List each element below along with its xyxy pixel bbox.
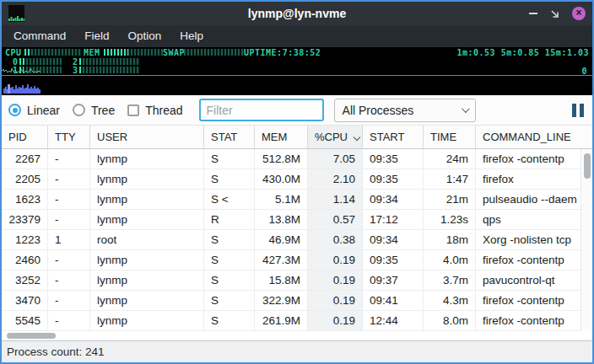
cell-stat: S xyxy=(204,291,255,310)
cpu-meter xyxy=(24,49,82,56)
mem-meter xyxy=(104,49,163,56)
column-label: START xyxy=(370,131,404,143)
column-header-cpu[interactable]: %CPU xyxy=(308,126,363,148)
tree-radio[interactable] xyxy=(73,104,85,116)
core3-label: 3 xyxy=(73,66,78,75)
horizontal-scrollbar[interactable] xyxy=(2,331,592,340)
menu-item-option[interactable]: Option xyxy=(119,25,171,47)
process-count: Process count: 241 xyxy=(7,345,105,358)
menu-item-command[interactable]: Command xyxy=(4,25,75,47)
cell-mem: 261.9M xyxy=(255,311,308,330)
column-label: COMMAND_LINE xyxy=(483,131,571,143)
process-row[interactable]: 2460-lynmpS427.3M0.1909:354.0mfirefox -c… xyxy=(2,250,592,270)
column-label: USER xyxy=(97,131,127,143)
column-label: TIME xyxy=(430,131,456,143)
cell-start: 09:35 xyxy=(363,149,424,169)
column-label: MEM xyxy=(262,131,287,143)
process-row[interactable]: 23379-lynmpR13.8M0.5717:121.23sqps xyxy=(2,210,592,230)
menu-item-help[interactable]: Help xyxy=(170,25,213,47)
cell-cpu: 2.10 xyxy=(308,169,363,189)
cell-tty: 1 xyxy=(48,230,90,249)
cell-command-line: firefox -contentp xyxy=(476,291,592,310)
pause-button[interactable] xyxy=(572,104,586,117)
table-header: PIDTTYUSERSTATMEM%CPUSTARTTIMECOMMAND_LI… xyxy=(2,125,592,149)
minimize-button[interactable] xyxy=(529,13,537,14)
process-row[interactable]: 3252-lynmpS15.8M0.1909:373.7mpavucontrol… xyxy=(2,270,592,291)
process-scope-select[interactable]: All Processes xyxy=(334,99,476,122)
cell-stat: S xyxy=(204,311,255,330)
cell-pid: 2205 xyxy=(2,169,48,189)
cell-start: 09:34 xyxy=(363,230,424,249)
process-table: 2267-lynmpS512.8M7.0509:3524mfirefox -co… xyxy=(2,149,592,331)
process-row[interactable]: 2267-lynmpS512.8M7.0509:3524mfirefox -co… xyxy=(2,149,592,169)
swap-meter xyxy=(184,49,245,56)
cpu-history-graph xyxy=(2,65,41,75)
cell-user: lynmp xyxy=(90,250,204,270)
column-header-user[interactable]: USER xyxy=(90,126,204,148)
column-label: STAT xyxy=(211,131,237,143)
column-label: %CPU xyxy=(315,131,348,143)
process-row[interactable]: 5545-lynmpS261.9M0.1912:448.0mfirefox -c… xyxy=(2,311,592,331)
linear-label[interactable]: Linear xyxy=(27,104,60,117)
swap-label: SWAP xyxy=(163,48,185,57)
process-row[interactable]: 12231rootS46.9M0.3809:3418mXorg -noliste… xyxy=(2,230,592,250)
app-window: lynmp@lyn-nvme × Command Field Option He… xyxy=(0,0,594,364)
sort-descending-icon xyxy=(354,133,360,140)
thread-checkbox[interactable] xyxy=(127,104,139,116)
maximize-button[interactable] xyxy=(549,8,560,19)
core0-meter xyxy=(19,58,62,65)
process-row[interactable]: 1623-lynmpS <5.1M1.1409:3421mpulseaudio … xyxy=(2,190,592,210)
cell-user: lynmp xyxy=(90,190,204,209)
cell-start: 09:37 xyxy=(363,270,424,290)
process-row[interactable]: 3470-lynmpS322.9M0.1909:414.3mfirefox -c… xyxy=(2,291,592,311)
menu-item-field[interactable]: Field xyxy=(75,25,118,47)
window-title: lynmp@lyn-nvme xyxy=(2,7,592,20)
cell-cpu: 0.19 xyxy=(308,250,363,270)
load-history-graph xyxy=(3,83,44,94)
cell-cpu: 0.19 xyxy=(308,311,363,330)
column-header-mem[interactable]: MEM xyxy=(255,126,308,148)
cell-pid: 5545 xyxy=(2,311,48,330)
menu-bar: Command Field Option Help xyxy=(2,25,592,47)
column-header-start[interactable]: START xyxy=(363,126,424,148)
cell-time: 24m xyxy=(424,149,476,169)
vertical-scrollbar[interactable] xyxy=(580,149,592,331)
column-label: PID xyxy=(8,131,27,143)
cell-command-line: firefox xyxy=(476,169,592,189)
cell-pid: 3470 xyxy=(2,291,48,310)
uptime-display: UPTIME:7:38:52 xyxy=(244,48,321,57)
chevron-down-icon xyxy=(462,104,470,113)
cell-tty: - xyxy=(48,210,90,229)
cell-pid: 1623 xyxy=(2,190,48,209)
column-header-command-line[interactable]: COMMAND_LINE xyxy=(476,126,592,148)
cell-stat: S xyxy=(204,230,255,249)
cell-user: lynmp xyxy=(90,311,204,330)
column-header-stat[interactable]: STAT xyxy=(204,126,255,148)
cell-time: 4.0m xyxy=(424,250,476,270)
cell-command-line: firefox -contentp xyxy=(476,149,592,169)
tree-label[interactable]: Tree xyxy=(91,104,115,117)
cell-start: 12:44 xyxy=(363,311,424,330)
pause-icon xyxy=(572,104,576,117)
column-header-tty[interactable]: TTY xyxy=(48,126,90,148)
close-button[interactable]: × xyxy=(572,7,586,20)
cell-mem: 512.8M xyxy=(255,149,308,169)
cell-user: root xyxy=(90,230,204,249)
cell-command-line: firefox -contentp xyxy=(476,250,592,270)
axis-zero-label: 0 xyxy=(581,67,587,76)
cpu-label: CPU xyxy=(5,48,22,57)
process-row[interactable]: 2205-lynmpS430.0M2.1009:351:47firefox xyxy=(2,169,592,190)
cell-command-line: pulseaudio --daem xyxy=(476,190,592,209)
system-monitor-panel[interactable]: CPU MEM SWAP UPTIME:7:38:52 1m:0.53 5m:0… xyxy=(2,47,592,95)
cell-start: 09:41 xyxy=(363,291,424,310)
vertical-scrollbar-handle[interactable] xyxy=(584,153,591,179)
column-header-pid[interactable]: PID xyxy=(2,126,48,148)
title-bar[interactable]: lynmp@lyn-nvme × xyxy=(2,2,592,25)
cell-time: 18m xyxy=(424,230,476,249)
view-toolbar: Linear Tree Thread All Processes xyxy=(2,95,592,125)
horizontal-scrollbar-handle[interactable] xyxy=(7,333,56,339)
column-header-time[interactable]: TIME xyxy=(424,126,476,148)
linear-radio[interactable] xyxy=(8,104,21,116)
thread-label[interactable]: Thread xyxy=(145,104,182,117)
filter-input[interactable] xyxy=(199,99,324,121)
